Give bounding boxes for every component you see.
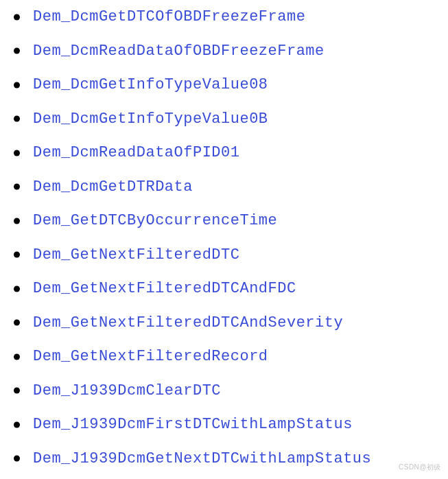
api-link[interactable]: Dem_J1939DcmFirstDTCwithLampStatus (33, 416, 353, 433)
api-link[interactable]: Dem_GetDTCByOccurrenceTime (33, 212, 277, 229)
list-item: Dem_DcmGetDTRData (14, 170, 448, 205)
api-link[interactable]: Dem_DcmReadDataOfOBDFreezeFrame (33, 43, 325, 60)
api-function-list: Dem_DcmGetDTCOfOBDFreezeFrame Dem_DcmRea… (0, 0, 448, 476)
list-item: Dem_DcmReadDataOfOBDFreezeFrame (14, 34, 448, 69)
list-item: Dem_DcmReadDataOfPID01 (14, 136, 448, 170)
api-link[interactable]: Dem_DcmReadDataOfPID01 (33, 144, 239, 161)
list-item: Dem_GetNextFilteredRecord (14, 340, 448, 374)
list-item: Dem_GetNextFilteredDTCAndSeverity (14, 306, 448, 340)
api-link[interactable]: Dem_DcmGetDTCOfOBDFreezeFrame (33, 8, 305, 25)
api-link[interactable]: Dem_J1939DcmClearDTC (33, 382, 221, 399)
list-item: Dem_GetNextFilteredDTC (14, 238, 448, 272)
api-link[interactable]: Dem_J1939DcmGetNextDTCwithLampStatus (33, 450, 371, 467)
api-link[interactable]: Dem_GetNextFilteredRecord (33, 348, 268, 365)
list-item: Dem_J1939DcmClearDTC (14, 374, 448, 408)
api-link[interactable]: Dem_GetNextFilteredDTCAndSeverity (33, 314, 343, 331)
list-item: Dem_DcmGetDTCOfOBDFreezeFrame (14, 0, 448, 34)
api-link[interactable]: Dem_DcmGetInfoTypeValue08 (33, 76, 268, 93)
list-item: Dem_DcmGetInfoTypeValue08 (14, 68, 448, 102)
list-item: Dem_GetNextFilteredDTCAndFDC (14, 272, 448, 306)
list-item: Dem_GetDTCByOccurrenceTime (14, 204, 448, 238)
api-link[interactable]: Dem_GetNextFilteredDTC (33, 246, 239, 264)
list-item: Dem_J1939DcmGetNextDTCwithLampStatus (14, 442, 448, 476)
api-link[interactable]: Dem_DcmGetDTRData (33, 178, 193, 196)
list-item: Dem_DcmGetInfoTypeValue0B (14, 102, 448, 137)
api-link[interactable]: Dem_GetNextFilteredDTCAndFDC (33, 280, 296, 297)
list-item: Dem_J1939DcmFirstDTCwithLampStatus (14, 408, 448, 442)
watermark-text: CSDN@初级 (399, 463, 441, 472)
api-link[interactable]: Dem_DcmGetInfoTypeValue0B (33, 110, 268, 128)
